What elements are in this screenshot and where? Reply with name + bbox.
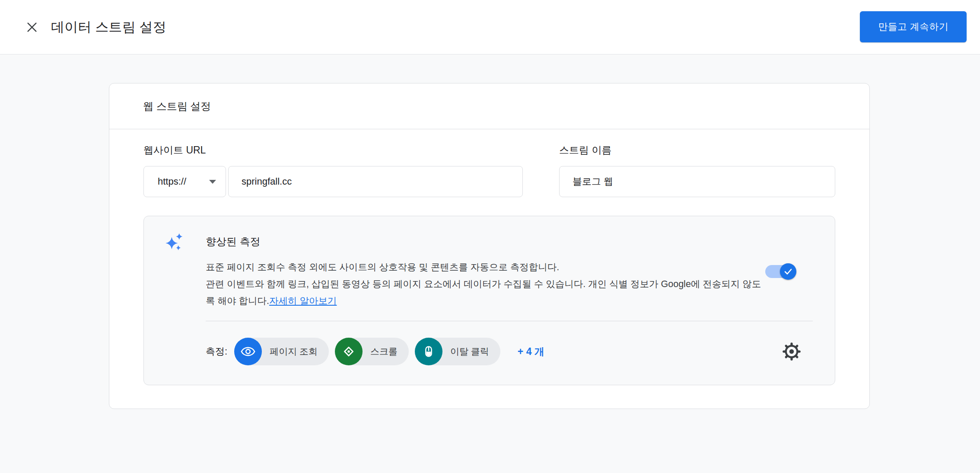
chip-scrolls: 스크롤: [335, 338, 409, 365]
stream-name-input[interactable]: [559, 166, 835, 197]
measuring-label: 측정:: [206, 345, 227, 358]
panel-divider: [206, 321, 813, 321]
protocol-select[interactable]: https://: [143, 166, 226, 197]
scroll-icon: [341, 344, 356, 359]
enhanced-measurement-panel: 향상된 측정 표준 페이지 조회수 측정 외에도 사이트의 상호작용 및 콘텐츠…: [143, 216, 835, 385]
close-button[interactable]: [20, 15, 44, 39]
card-title: 웹 스트림 설정: [143, 99, 211, 113]
learn-more-link[interactable]: 자세히 알아보기: [269, 296, 337, 306]
website-url-field: 웹사이트 URL https://: [143, 144, 523, 197]
enhanced-measurement-header: 향상된 측정: [144, 216, 835, 253]
stream-name-field: 스트림 이름: [559, 144, 835, 197]
website-url-label: 웹사이트 URL: [143, 144, 523, 157]
enhanced-measurement-title: 향상된 측정: [206, 235, 261, 249]
stream-name-label: 스트림 이름: [559, 144, 835, 157]
description-line-1: 표준 페이지 조회수 측정 외에도 사이트의 상호작용 및 콘텐츠를 자동으로 …: [206, 262, 559, 272]
settings-gear-button[interactable]: [782, 342, 801, 361]
create-continue-button[interactable]: 만들고 계속하기: [860, 11, 967, 42]
more-events-link[interactable]: + 4 개: [518, 345, 544, 358]
data-stream-setup-screen: 데이터 스트림 설정 만들고 계속하기 웹 스트림 설정 웹사이트 URL ht…: [0, 0, 980, 473]
chip-label: 스크롤: [370, 345, 398, 358]
protocol-value: https://: [158, 176, 186, 187]
toggle-thumb: [780, 263, 796, 280]
measurement-chips-row: 측정: 페이지 조회: [206, 338, 813, 365]
chip-outbound-clicks: 이탈 클릭: [415, 338, 500, 365]
mouse-icon: [422, 345, 436, 358]
check-icon: [783, 266, 793, 277]
enhanced-measurement-toggle[interactable]: [765, 265, 796, 278]
close-icon: [25, 20, 39, 34]
chip-label: 이탈 클릭: [450, 345, 489, 358]
card-header: 웹 스트림 설정: [109, 83, 869, 129]
website-url-input[interactable]: [228, 166, 523, 197]
card-body: 웹사이트 URL https:// 스트림 이름: [109, 144, 869, 409]
chip-page-views: 페이지 조회: [234, 338, 329, 365]
fields-row: 웹사이트 URL https:// 스트림 이름: [143, 144, 835, 197]
web-stream-card: 웹 스트림 설정 웹사이트 URL https:// 스트림 이름: [109, 83, 870, 409]
dropdown-caret-icon: [209, 180, 216, 184]
gear-icon: [783, 342, 801, 361]
sparkle-icon: [164, 230, 186, 253]
eye-icon: [241, 344, 255, 359]
enhanced-measurement-description: 표준 페이지 조회수 측정 외에도 사이트의 상호작용 및 콘텐츠를 자동으로 …: [206, 259, 766, 310]
app-header: 데이터 스트림 설정 만들고 계속하기: [0, 0, 980, 54]
page-title: 데이터 스트림 설정: [51, 18, 166, 36]
chip-label: 페이지 조회: [270, 345, 318, 358]
